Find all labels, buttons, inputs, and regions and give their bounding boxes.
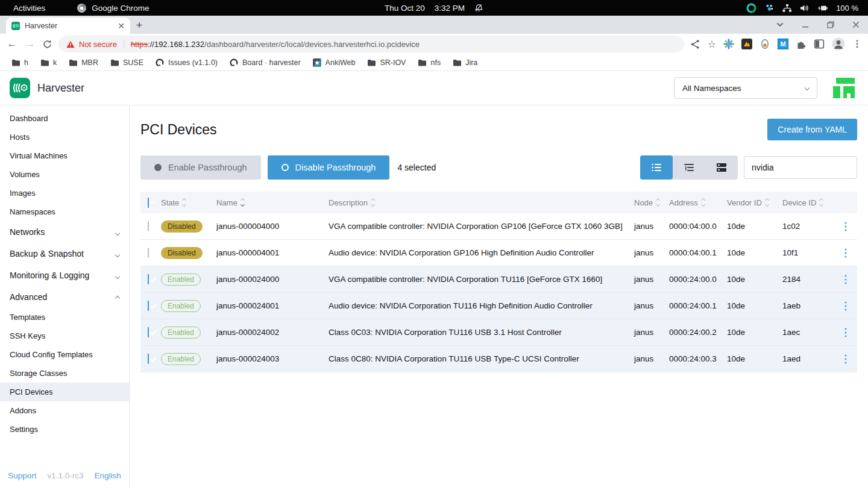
- profile-avatar[interactable]: [832, 37, 845, 51]
- cell-node: janus: [634, 248, 669, 257]
- network-wired-icon[interactable]: [782, 4, 792, 13]
- row-actions-menu[interactable]: [834, 346, 857, 372]
- bookmark-item[interactable]: Jira: [447, 57, 483, 69]
- extension-oval-icon[interactable]: [760, 39, 770, 49]
- sidebar-item-namespaces[interactable]: Namespaces: [0, 202, 129, 221]
- close-window-button[interactable]: [852, 21, 860, 28]
- tab-search-chevron-icon[interactable]: [776, 22, 784, 27]
- sidebar-item-templates[interactable]: Templates: [0, 308, 129, 327]
- sidebar-item-monitoring-logging[interactable]: Monitoring & Logging: [0, 264, 129, 286]
- cell-node: janus: [634, 222, 669, 231]
- tray-ring-indicator-icon[interactable]: [746, 3, 756, 13]
- extensions-puzzle-icon[interactable]: [796, 39, 807, 49]
- restore-button[interactable]: [827, 21, 834, 28]
- row-actions-menu[interactable]: [834, 293, 857, 319]
- search-input[interactable]: [744, 156, 857, 179]
- sidebar-item-pci-devices[interactable]: PCI Devices: [0, 383, 129, 401]
- sidebar-item-virtual-machines[interactable]: Virtual Machines: [0, 146, 129, 165]
- browser-menu-icon[interactable]: [852, 39, 862, 49]
- view-list-button[interactable]: [640, 155, 673, 180]
- bookmark-item[interactable]: SR-IOV: [362, 57, 411, 69]
- column-header[interactable]: State: [161, 198, 216, 207]
- sidebar-item-volumes[interactable]: Volumes: [0, 165, 129, 184]
- column-header[interactable]: Device ID: [782, 198, 834, 207]
- select-all-checkbox[interactable]: [148, 198, 149, 208]
- disable-passthrough-button[interactable]: Disable Passthrough: [268, 155, 390, 180]
- sidebar-item-ssh-keys[interactable]: SSH Keys: [0, 327, 129, 345]
- row-actions-menu[interactable]: [834, 213, 857, 239]
- row-checkbox[interactable]: [148, 354, 149, 364]
- cell-address: 0000:04:00.0: [669, 222, 727, 231]
- extension-m-icon[interactable]: M: [778, 39, 788, 49]
- row-actions-menu[interactable]: [834, 319, 857, 345]
- row-checkbox[interactable]: [148, 327, 149, 337]
- cell-name[interactable]: janus-000024000: [216, 275, 329, 284]
- cell-name[interactable]: janus-000004000: [216, 222, 329, 231]
- security-status[interactable]: Not secure: [79, 40, 117, 49]
- namespace-filter-select[interactable]: All Namespaces: [674, 77, 817, 99]
- bookmark-star-icon[interactable]: ☆: [708, 39, 716, 50]
- activities-button[interactable]: Activities: [13, 4, 45, 13]
- sidebar-item-networks[interactable]: Networks: [0, 221, 129, 243]
- column-header[interactable]: Node: [634, 198, 669, 207]
- row-actions-menu[interactable]: [834, 240, 857, 266]
- column-header[interactable]: Name: [216, 198, 329, 207]
- reload-button[interactable]: [42, 39, 52, 49]
- bookmark-item[interactable]: Board · harvester: [224, 57, 306, 69]
- clock-button[interactable]: Thu Oct 20 3:32 PM: [385, 4, 483, 13]
- extension-screenshot-icon[interactable]: [741, 39, 752, 49]
- sidebar-item-storage-classes[interactable]: Storage Classes: [0, 364, 129, 383]
- battery-charging-icon[interactable]: [817, 4, 828, 13]
- sidebar-item-dashboard[interactable]: Dashboard: [0, 109, 129, 128]
- cell-name[interactable]: janus-000024002: [216, 328, 329, 337]
- new-tab-button[interactable]: +: [130, 17, 148, 34]
- bookmark-item[interactable]: Issues (v1.1.0): [150, 57, 223, 69]
- row-checkbox[interactable]: [148, 221, 149, 231]
- share-icon[interactable]: [690, 39, 700, 49]
- sidebar-item-images[interactable]: Images: [0, 184, 129, 202]
- divider: [124, 40, 124, 48]
- row-checkbox[interactable]: [148, 274, 149, 284]
- create-from-yaml-button[interactable]: Create from YAML: [767, 119, 857, 140]
- column-header[interactable]: Address: [669, 198, 727, 207]
- harvester-logo[interactable]: [10, 78, 30, 98]
- bookmark-item[interactable]: AnkiWeb: [307, 57, 361, 69]
- bookmark-item[interactable]: nfs: [412, 57, 446, 69]
- sidebar-item-cloud-config-templates[interactable]: Cloud Config Templates: [0, 345, 129, 364]
- rancher-logo-icon[interactable]: [833, 78, 855, 98]
- bookmark-item[interactable]: MBR: [63, 57, 104, 69]
- column-header[interactable]: Vendor ID: [727, 198, 782, 207]
- focused-app-indicator[interactable]: Google Chrome: [77, 3, 149, 13]
- sidebar-item-advanced[interactable]: Advanced: [0, 286, 129, 308]
- tray-dots-indicator-icon[interactable]: [764, 3, 775, 13]
- back-button[interactable]: ←: [6, 38, 18, 50]
- bookmark-item[interactable]: h: [6, 57, 34, 69]
- forward-button[interactable]: →: [24, 38, 36, 50]
- cell-name[interactable]: janus-000024003: [216, 354, 329, 363]
- view-tree-button[interactable]: [673, 155, 705, 180]
- minimize-button[interactable]: [802, 21, 809, 28]
- column-header[interactable]: Description: [329, 198, 634, 207]
- volume-icon[interactable]: [800, 4, 810, 13]
- row-checkbox[interactable]: [148, 301, 149, 311]
- cell-name[interactable]: janus-000024001: [216, 301, 329, 310]
- row-actions-menu[interactable]: [834, 266, 857, 292]
- bookmark-item[interactable]: k: [35, 57, 62, 69]
- support-link[interactable]: Support: [8, 471, 36, 480]
- cell-name[interactable]: janus-000004001: [216, 248, 329, 257]
- sidebar-item-settings[interactable]: Settings: [0, 420, 129, 439]
- sidebar-item-hosts[interactable]: Hosts: [0, 128, 129, 146]
- sidebar-item-addons[interactable]: Addons: [0, 401, 129, 420]
- side-panel-icon[interactable]: [814, 39, 825, 49]
- bookmark-item[interactable]: SUSE: [105, 57, 149, 69]
- address-bar[interactable]: Not secure https://192.168.1.232/dashboa…: [58, 36, 684, 52]
- enable-passthrough-button[interactable]: Enable Passthrough: [140, 155, 261, 180]
- row-checkbox[interactable]: [148, 248, 149, 258]
- sidebar-item-backup-snapshot[interactable]: Backup & Snapshot: [0, 243, 129, 264]
- bookmark-label: nfs: [430, 58, 441, 67]
- extension-pinwheel-icon[interactable]: [723, 39, 734, 49]
- tab-harvester[interactable]: Harvester ✕: [6, 17, 130, 34]
- view-card-button[interactable]: [705, 155, 738, 180]
- tab-close-icon[interactable]: ✕: [118, 22, 125, 30]
- language-link[interactable]: English: [95, 471, 121, 480]
